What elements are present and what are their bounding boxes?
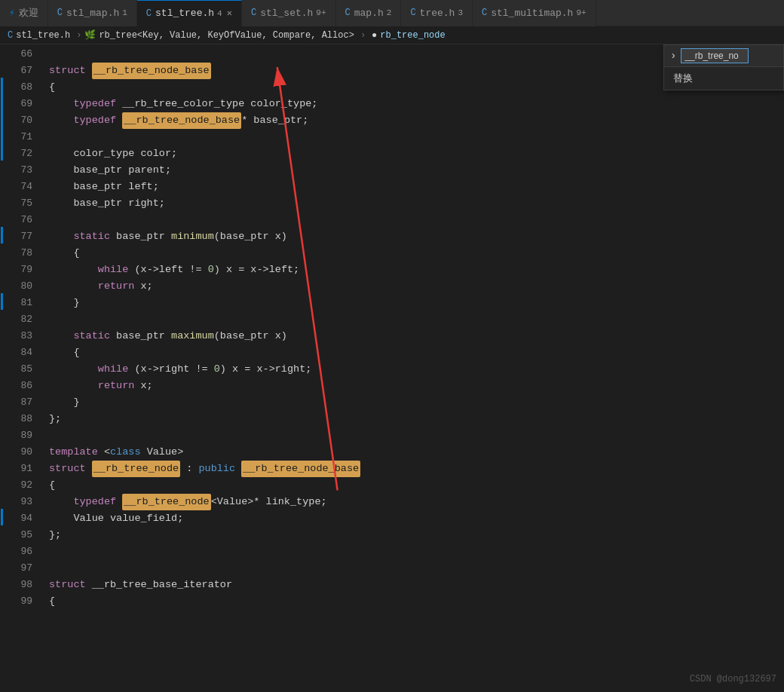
tab-map-label: map.h — [354, 8, 384, 19]
c-file-icon: C — [57, 8, 63, 18]
tab-welcome-label: 欢迎 — [19, 6, 38, 20]
tab-stl-map[interactable]: C stl_map.h 1 — [48, 0, 137, 26]
editor-container: 66 67 68 69 70 71 72 73 74 75 76 77 78 7… — [0, 44, 784, 692]
replace-option[interactable]: 替换 — [664, 67, 783, 90]
tab-stl-multimap-badge: 9+ — [576, 8, 586, 17]
code-line-73: base_ptr parent; — [49, 162, 784, 179]
code-line-78: { — [49, 245, 784, 262]
tab-stl-map-label: stl_map.h — [66, 8, 119, 19]
tab-tree-label: tree.h — [420, 8, 455, 19]
context-menu-header: › __rb_tree_no — [664, 45, 783, 67]
indicator-2 — [1, 227, 3, 243]
code-line-76 — [49, 212, 784, 228]
tab-stl-tree-label: stl_tree.h — [155, 8, 214, 19]
code-line-90: template <class Value> — [49, 444, 784, 461]
tab-stl-set-badge: 9+ — [316, 8, 326, 17]
code-line-75: base_ptr right; — [49, 195, 784, 212]
code-line-79: while (x->left != 0) x = x->left; — [49, 262, 784, 278]
c-file-icon-3: C — [251, 8, 256, 18]
code-line-99: { — [49, 593, 784, 610]
code-line-85: while (x->right != 0) x = x->right; — [49, 361, 784, 378]
code-line-80: return x; — [49, 278, 784, 295]
code-line-94: Value value_field; — [49, 510, 784, 527]
code-line-71 — [49, 129, 784, 145]
tab-tree[interactable]: C tree.h 3 — [401, 0, 473, 26]
breadcrumb-file: C — [8, 30, 13, 41]
breadcrumb: C stl_tree.h › 🌿 rb_tree<Key, Value, Key… — [0, 26, 784, 44]
color-indicators — [0, 44, 4, 692]
code-line-84: { — [49, 344, 784, 361]
tab-stl-set[interactable]: C stl_set.h 9+ — [242, 0, 336, 26]
code-line-98: struct __rb_tree_base_iterator — [49, 577, 784, 593]
tab-bar: ⚡ 欢迎 C stl_map.h 1 C stl_tree.h 4 ✕ C st… — [0, 0, 784, 26]
tab-stl-tree[interactable]: C stl_tree.h 4 ✕ — [137, 0, 242, 26]
tab-tree-badge: 3 — [458, 8, 463, 17]
c-file-icon-4: C — [345, 8, 351, 18]
code-line-72: color_type color; — [49, 145, 784, 162]
code-line-82 — [49, 311, 784, 328]
tab-stl-multimap-label: stl_multimap.h — [491, 8, 573, 19]
tab-map-badge: 2 — [387, 8, 392, 17]
code-line-87: } — [49, 394, 784, 411]
code-area: struct __rb_tree_node_base { typedef __r… — [41, 44, 784, 692]
code-line-89 — [49, 427, 784, 444]
code-line-86: return x; — [49, 378, 784, 394]
context-menu-collapse[interactable]: › — [670, 50, 676, 62]
tab-stl-multimap[interactable]: C stl_multimap.h 9+ — [473, 0, 596, 26]
search-input[interactable]: __rb_tree_no — [681, 48, 749, 63]
code-line-74: base_ptr left; — [49, 179, 784, 195]
context-menu: › __rb_tree_no 替换 — [663, 44, 784, 90]
code-line-77: static base_ptr minimum(base_ptr x) — [49, 228, 784, 245]
c-file-icon-5: C — [410, 8, 415, 18]
code-line-91: struct __rb_tree_node : public __rb_tree… — [49, 461, 784, 477]
indicator-3 — [1, 293, 3, 310]
code-line-95: }; — [49, 527, 784, 543]
code-line-97 — [49, 560, 784, 577]
code-line-93: typedef __rb_tree_node<Value>* link_type… — [49, 494, 784, 510]
c-file-icon-6: C — [482, 8, 487, 18]
line-numbers: 66 67 68 69 70 71 72 73 74 75 76 77 78 7… — [4, 44, 41, 692]
code-line-70: typedef __rb_tree_node_base* base_ptr; — [49, 112, 784, 129]
code-line-92: { — [49, 477, 784, 494]
code-line-88: }; — [49, 411, 784, 427]
indicator-4 — [1, 509, 3, 525]
tab-map[interactable]: C map.h 2 — [336, 0, 402, 26]
code-line-81: } — [49, 295, 784, 311]
tab-welcome[interactable]: ⚡ 欢迎 — [0, 0, 48, 26]
tab-stl-tree-badge: 4 — [217, 9, 222, 18]
indicator-1 — [1, 78, 3, 161]
code-line-83: static base_ptr maximum(base_ptr x) — [49, 328, 784, 344]
code-line-96 — [49, 543, 784, 560]
watermark: CSDN @dong132697 — [690, 674, 776, 684]
tab-stl-map-badge: 1 — [122, 8, 127, 17]
code-line-69: typedef __rb_tree_color_type color_type; — [49, 96, 784, 112]
tab-close-button[interactable]: ✕ — [227, 8, 232, 19]
c-file-icon-2: C — [146, 8, 152, 19]
vs-icon: ⚡ — [9, 7, 15, 19]
tab-stl-set-label: stl_set.h — [260, 8, 313, 19]
